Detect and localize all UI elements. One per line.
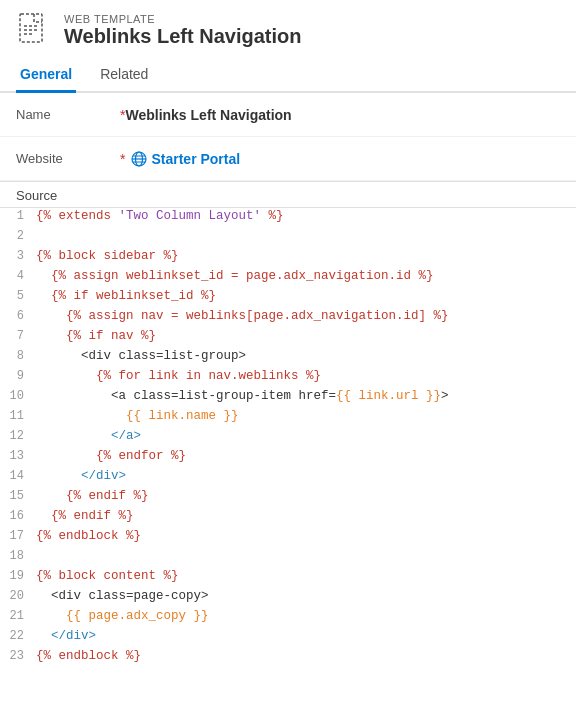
website-row: Website * Starter Portal — [0, 137, 576, 181]
tab-bar: General Related — [0, 58, 576, 93]
line-number: 10 — [0, 388, 32, 403]
line-number: 16 — [0, 508, 32, 523]
line-content: {% endblock %} — [32, 528, 576, 544]
code-line: 7 {% if nav %} — [0, 328, 576, 348]
line-content: </div> — [32, 468, 576, 484]
header-subtitle: WEB TEMPLATE — [64, 13, 301, 25]
web-template-icon — [16, 12, 52, 48]
code-line: 18 — [0, 548, 576, 568]
website-label: Website — [16, 151, 116, 166]
line-number: 2 — [0, 228, 32, 243]
line-number: 21 — [0, 608, 32, 623]
svg-rect-0 — [20, 14, 42, 42]
code-line: 20 <div class=page-copy> — [0, 588, 576, 608]
line-number: 7 — [0, 328, 32, 343]
line-number: 23 — [0, 648, 32, 663]
line-number: 3 — [0, 248, 32, 263]
tab-related[interactable]: Related — [96, 58, 152, 93]
line-number: 9 — [0, 368, 32, 383]
line-content: {% if nav %} — [32, 328, 576, 344]
code-line: 12 </a> — [0, 428, 576, 448]
line-number: 4 — [0, 268, 32, 283]
line-number: 20 — [0, 588, 32, 603]
code-line: 14 </div> — [0, 468, 576, 488]
line-number: 19 — [0, 568, 32, 583]
line-number: 6 — [0, 308, 32, 323]
line-number: 1 — [0, 208, 32, 223]
code-line: 9 {% for link in nav.weblinks %} — [0, 368, 576, 388]
line-content: <div class=list-group> — [32, 348, 576, 364]
code-editor[interactable]: 1{% extends 'Two Column Layout' %}23{% b… — [0, 207, 576, 668]
line-number: 13 — [0, 448, 32, 463]
code-line: 2 — [0, 228, 576, 248]
code-line: 11 {{ link.name }} — [0, 408, 576, 428]
code-line: 22 </div> — [0, 628, 576, 648]
code-line: 6 {% assign nav = weblinks[page.adx_navi… — [0, 308, 576, 328]
line-content: {% endfor %} — [32, 448, 576, 464]
code-line: 8 <div class=list-group> — [0, 348, 576, 368]
header-text-block: WEB TEMPLATE Weblinks Left Navigation — [64, 13, 301, 48]
globe-icon — [131, 151, 147, 167]
line-content: {% assign weblinkset_id = page.adx_navig… — [32, 268, 576, 284]
form-section: Name * Weblinks Left Navigation Website … — [0, 93, 576, 182]
name-row: Name * Weblinks Left Navigation — [0, 93, 576, 137]
line-number: 15 — [0, 488, 32, 503]
line-content: {% extends 'Two Column Layout' %} — [32, 208, 576, 224]
code-line: 13 {% endfor %} — [0, 448, 576, 468]
code-line: 3{% block sidebar %} — [0, 248, 576, 268]
line-content: {% endif %} — [32, 488, 576, 504]
line-number: 12 — [0, 428, 32, 443]
line-number: 14 — [0, 468, 32, 483]
code-line: 10 <a class=list-group-item href={{ link… — [0, 388, 576, 408]
line-content — [32, 228, 576, 230]
line-content: {% if weblinkset_id %} — [32, 288, 576, 304]
website-link[interactable]: Starter Portal — [151, 151, 240, 167]
line-number: 8 — [0, 348, 32, 363]
code-line: 19{% block content %} — [0, 568, 576, 588]
line-number: 22 — [0, 628, 32, 643]
line-content: {% endif %} — [32, 508, 576, 524]
code-line: 5 {% if weblinkset_id %} — [0, 288, 576, 308]
page-header: WEB TEMPLATE Weblinks Left Navigation — [0, 0, 576, 58]
code-line: 15 {% endif %} — [0, 488, 576, 508]
line-content: {% block content %} — [32, 568, 576, 584]
header-title: Weblinks Left Navigation — [64, 25, 301, 48]
code-line: 17{% endblock %} — [0, 528, 576, 548]
name-value: Weblinks Left Navigation — [125, 107, 291, 123]
line-content: {% assign nav = weblinks[page.adx_naviga… — [32, 308, 576, 324]
line-content: {% block sidebar %} — [32, 248, 576, 264]
code-line: 16 {% endif %} — [0, 508, 576, 528]
website-required: * — [120, 151, 125, 167]
line-content: {% endblock %} — [32, 648, 576, 664]
line-content: {{ page.adx_copy }} — [32, 608, 576, 624]
line-number: 18 — [0, 548, 32, 563]
line-number: 17 — [0, 528, 32, 543]
line-content: </div> — [32, 628, 576, 644]
line-number: 5 — [0, 288, 32, 303]
line-number: 11 — [0, 408, 32, 423]
line-content: {% for link in nav.weblinks %} — [32, 368, 576, 384]
line-content: <a class=list-group-item href={{ link.ur… — [32, 388, 576, 404]
code-line: 1{% extends 'Two Column Layout' %} — [0, 208, 576, 228]
line-content: </a> — [32, 428, 576, 444]
tab-general[interactable]: General — [16, 58, 76, 93]
line-content: <div class=page-copy> — [32, 588, 576, 604]
code-line: 21 {{ page.adx_copy }} — [0, 608, 576, 628]
name-label: Name — [16, 107, 116, 122]
source-label: Source — [0, 182, 576, 207]
code-line: 4 {% assign weblinkset_id = page.adx_nav… — [0, 268, 576, 288]
code-line: 23{% endblock %} — [0, 648, 576, 668]
line-content: {{ link.name }} — [32, 408, 576, 424]
line-content — [32, 548, 576, 550]
